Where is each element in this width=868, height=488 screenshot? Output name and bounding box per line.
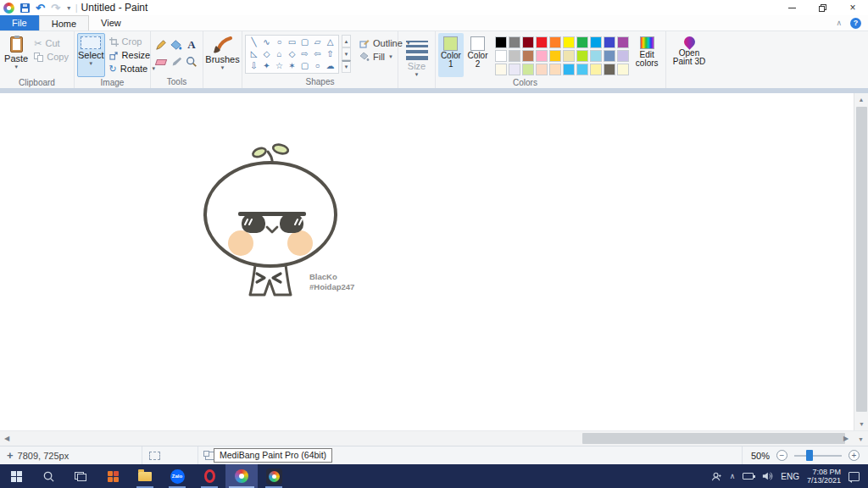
- eyedropper-tool-icon[interactable]: [170, 56, 182, 68]
- horizontal-scrollbar[interactable]: ◀ ▶ ▼: [0, 430, 868, 446]
- shape-left-arrow-icon[interactable]: ⇦: [311, 48, 324, 60]
- palette-swatch[interactable]: [536, 36, 548, 48]
- tray-expand-icon[interactable]: ∧: [730, 472, 736, 480]
- palette-swatch[interactable]: [495, 64, 507, 75]
- palette-swatch[interactable]: [536, 50, 548, 62]
- shapes-expand-icon[interactable]: ▼: [342, 60, 351, 73]
- people-icon[interactable]: [711, 471, 722, 482]
- paste-button[interactable]: Paste ▼: [3, 33, 30, 77]
- palette-swatch[interactable]: [509, 36, 520, 48]
- shape-oval-callout-icon[interactable]: ○: [311, 60, 324, 72]
- shape-right-triangle-icon[interactable]: ◺: [248, 48, 260, 60]
- scroll-left-icon[interactable]: ◀: [0, 435, 14, 442]
- battery-icon[interactable]: [743, 473, 754, 480]
- shapes-scroll-down-icon[interactable]: ▼: [342, 47, 351, 60]
- paint-app-icon[interactable]: [3, 3, 14, 14]
- palette-swatch[interactable]: [604, 64, 615, 75]
- palette-swatch[interactable]: [590, 64, 602, 75]
- tab-home[interactable]: Home: [39, 15, 89, 30]
- volume-icon[interactable]: [761, 471, 773, 481]
- open-paint3d-button[interactable]: Open Paint 3D: [670, 33, 709, 66]
- shape-diamond-icon[interactable]: ◇: [260, 48, 273, 60]
- shape-rounded-callout-icon[interactable]: ▢: [298, 60, 311, 72]
- zoom-out-button[interactable]: −: [776, 450, 787, 461]
- pencil-tool-icon[interactable]: [155, 39, 167, 51]
- palette-swatch[interactable]: [549, 64, 561, 75]
- shape-five-point-star-icon[interactable]: ☆: [273, 60, 286, 72]
- vertical-scrollbar[interactable]: ▲ ▼: [854, 93, 868, 430]
- palette-swatch[interactable]: [604, 36, 615, 48]
- task-view-button[interactable]: [64, 464, 97, 488]
- palette-swatch[interactable]: [576, 36, 588, 48]
- taskbar-zalo[interactable]: Zalo: [161, 464, 193, 488]
- shape-cloud-callout-icon[interactable]: ☁: [324, 60, 337, 72]
- tab-view[interactable]: View: [89, 15, 133, 30]
- shape-four-point-star-icon[interactable]: ✦: [260, 60, 273, 72]
- fill-tool-icon[interactable]: [170, 39, 182, 51]
- palette-swatch[interactable]: [522, 64, 534, 75]
- qat-dropdown-icon[interactable]: ▼: [66, 5, 72, 11]
- zoom-in-button[interactable]: +: [849, 450, 860, 461]
- tab-file[interactable]: File: [0, 15, 39, 30]
- horizontal-scroll-thumb[interactable]: [582, 433, 845, 444]
- palette-swatch[interactable]: [590, 50, 602, 62]
- palette-swatch[interactable]: [617, 64, 629, 75]
- shapes-scroll-up-icon[interactable]: ▲: [342, 35, 351, 47]
- taskbar-file-explorer[interactable]: [129, 464, 161, 488]
- taskbar-app-orange[interactable]: [97, 464, 129, 488]
- undo-icon[interactable]: ↶: [36, 3, 45, 13]
- scroll-down-icon[interactable]: ▼: [854, 418, 868, 430]
- close-button[interactable]: ×: [837, 0, 868, 15]
- palette-swatch[interactable]: [604, 50, 615, 62]
- scroll-right-icon[interactable]: ▶: [839, 435, 853, 442]
- shape-hexagon-icon[interactable]: ◇: [286, 48, 298, 60]
- shape-down-arrow-icon[interactable]: ⇩: [248, 60, 260, 72]
- color1-button[interactable]: Color 1: [438, 33, 464, 77]
- action-center-icon[interactable]: [849, 472, 860, 481]
- restore-button[interactable]: [807, 0, 837, 15]
- language-indicator[interactable]: ENG: [781, 472, 799, 481]
- text-tool-icon[interactable]: A: [187, 38, 195, 52]
- tray-clock[interactable]: 7:08 PM 7/13/2021: [807, 468, 841, 485]
- shape-pentagon-icon[interactable]: ⌂: [273, 48, 286, 60]
- edit-colors-button[interactable]: Edit colors: [631, 33, 663, 68]
- zoom-slider[interactable]: [794, 455, 842, 457]
- palette-swatch[interactable]: [549, 50, 561, 62]
- palette-swatch[interactable]: [617, 50, 629, 62]
- minimize-button[interactable]: [776, 0, 807, 15]
- shape-polygon-icon[interactable]: ▱: [311, 36, 324, 48]
- vertical-scroll-thumb[interactable]: [856, 107, 867, 412]
- shape-up-arrow-icon[interactable]: ⇧: [324, 48, 337, 60]
- select-button[interactable]: Select ▼: [77, 33, 105, 77]
- palette-swatch[interactable]: [563, 64, 575, 75]
- palette-swatch[interactable]: [549, 36, 561, 48]
- shape-right-arrow-icon[interactable]: ⇨: [298, 48, 311, 60]
- color2-button[interactable]: Color 2: [465, 33, 491, 77]
- magnifier-tool-icon[interactable]: [186, 56, 198, 68]
- taskbar-medibang[interactable]: [258, 464, 290, 488]
- palette-swatch[interactable]: [563, 36, 575, 48]
- palette-swatch[interactable]: [509, 64, 520, 75]
- palette-swatch[interactable]: [536, 64, 548, 75]
- copy-button[interactable]: Copy: [31, 50, 71, 64]
- taskbar-opera[interactable]: [193, 464, 225, 488]
- palette-swatch[interactable]: [495, 50, 507, 62]
- collapse-ribbon-icon[interactable]: ∧: [836, 19, 842, 27]
- palette-swatch[interactable]: [563, 50, 575, 62]
- palette-swatch[interactable]: [522, 50, 534, 62]
- size-button[interactable]: Size ▼: [401, 33, 432, 77]
- shape-rounded-rectangle-icon[interactable]: ▢: [298, 36, 311, 48]
- taskbar-search-button[interactable]: [32, 464, 64, 488]
- brushes-button[interactable]: Brushes ▼: [207, 33, 239, 77]
- palette-swatch[interactable]: [509, 50, 520, 62]
- taskbar-paint[interactable]: [225, 464, 258, 488]
- cut-button[interactable]: ✂ Cut: [31, 36, 71, 50]
- palette-swatch[interactable]: [522, 36, 534, 48]
- help-icon[interactable]: ?: [850, 18, 861, 29]
- palette-swatch[interactable]: [590, 36, 602, 48]
- shape-triangle-icon[interactable]: △: [324, 36, 337, 48]
- zoom-slider-handle[interactable]: [806, 450, 813, 461]
- palette-swatch[interactable]: [495, 36, 507, 48]
- shape-rectangle-icon[interactable]: ▭: [286, 36, 298, 48]
- palette-swatch[interactable]: [617, 36, 629, 48]
